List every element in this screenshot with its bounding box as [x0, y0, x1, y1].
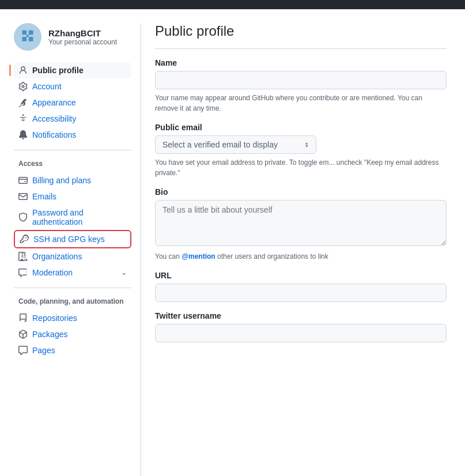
access-section-label: Access [14, 157, 131, 170]
sidebar-item-label-notifications: Notifications [32, 130, 76, 139]
sidebar-item-label-ssh-gpg: SSH and GPG keys [33, 235, 105, 244]
user-subtext: Your personal account [48, 38, 117, 46]
sidebar-item-ssh-gpg[interactable]: SSH and GPG keys [14, 230, 131, 248]
sidebar-item-notifications[interactable]: Notifications [14, 127, 131, 143]
sidebar-item-label-moderation: Moderation [32, 268, 73, 277]
public-email-field-group: Public email Select a verified email to … [155, 123, 447, 178]
sidebar-item-label-emails: Emails [32, 192, 56, 201]
bio-hint: You can @mention other users and organiz… [155, 251, 447, 262]
sidebar-item-moderation[interactable]: Moderation ⌄ [14, 265, 131, 281]
sidebar-item-account[interactable]: Account [14, 78, 131, 95]
svg-rect-1 [22, 31, 27, 35]
top-bar [0, 0, 465, 9]
chevron-down-icon: ⌄ [121, 269, 127, 277]
page-title: Public profile [155, 23, 447, 39]
package-icon [18, 330, 28, 339]
sidebar-item-packages[interactable]: Packages [14, 326, 131, 342]
access-section: Access Billing and plans Emails Password… [14, 157, 131, 281]
svg-rect-2 [29, 31, 33, 35]
sidebar-item-label-accessibility: Accessibility [32, 114, 76, 123]
url-label: URL [155, 271, 447, 280]
paintbrush-icon [18, 98, 28, 107]
sidebar-item-label-packages: Packages [32, 330, 67, 339]
mention-text: @mention [182, 252, 215, 260]
key-icon [20, 235, 29, 244]
username: RZhangBCIT [48, 28, 117, 38]
public-email-label: Public email [155, 123, 447, 132]
name-label: Name [155, 58, 447, 67]
svg-rect-3 [27, 35, 29, 37]
sidebar-item-billing[interactable]: Billing and plans [14, 172, 131, 188]
sidebar-item-label-repositories: Repositories [32, 313, 77, 323]
user-info: RZhangBCIT Your personal account [14, 23, 131, 51]
mail-icon [18, 192, 28, 201]
sidebar-item-label-pages: Pages [32, 346, 55, 355]
bio-label: Bio [155, 187, 447, 197]
sidebar-item-label-appearance: Appearance [32, 98, 76, 107]
section-divider [155, 48, 447, 49]
organization-icon [18, 252, 28, 261]
sidebar-item-accessibility[interactable]: Accessibility [14, 111, 131, 127]
shield-icon [18, 213, 28, 222]
svg-rect-4 [22, 37, 27, 41]
credit-card-icon [18, 176, 28, 185]
twitter-field-group: Twitter username [155, 311, 447, 342]
name-field-group: Name Your name may appear around GitHub … [155, 58, 447, 114]
public-email-select-label: Select a verified email to display [162, 140, 278, 149]
twitter-label: Twitter username [155, 311, 447, 320]
select-arrow-icon: ⇕ [304, 142, 309, 148]
sidebar-item-appearance[interactable]: Appearance [14, 95, 131, 111]
url-input[interactable] [155, 284, 447, 302]
sidebar: RZhangBCIT Your personal account Public … [14, 23, 141, 476]
moderation-icon [18, 268, 28, 277]
svg-rect-5 [29, 37, 33, 41]
bell-icon [18, 130, 28, 139]
nav-divider-2 [14, 288, 131, 288]
sidebar-item-pages[interactable]: Pages [14, 342, 131, 358]
sidebar-item-label-organizations: Organizations [32, 252, 82, 261]
url-field-group: URL [155, 271, 447, 302]
sidebar-item-password-auth[interactable]: Password and authentication [14, 205, 131, 230]
twitter-input[interactable] [155, 324, 447, 342]
sidebar-item-repositories[interactable]: Repositories [14, 310, 131, 326]
code-section: Code, planning, and automation Repositor… [14, 295, 131, 358]
sidebar-item-label-public-profile: Public profile [32, 66, 84, 75]
repo-icon [18, 313, 28, 323]
sidebar-item-label-password-auth: Password and authentication [32, 208, 127, 226]
sidebar-item-public-profile[interactable]: Public profile [14, 62, 131, 78]
pages-icon [18, 346, 28, 355]
code-section-label: Code, planning, and automation [14, 295, 131, 308]
sidebar-item-label-account: Account [32, 82, 62, 91]
gear-icon [18, 82, 28, 91]
avatar [14, 23, 41, 51]
accessibility-icon [18, 114, 28, 123]
sidebar-item-emails[interactable]: Emails [14, 188, 131, 205]
name-input[interactable] [155, 71, 447, 89]
public-email-hint: You have set your email address to priva… [155, 157, 447, 178]
sidebar-item-label-billing: Billing and plans [32, 176, 91, 185]
public-email-select[interactable]: Select a verified email to display ⇕ [155, 135, 316, 154]
name-hint: Your name may appear around GitHub where… [155, 93, 447, 114]
sidebar-item-organizations[interactable]: Organizations [14, 248, 131, 265]
bio-field-group: Bio You can @mention other users and org… [155, 187, 447, 262]
primary-nav: Public profile Account Appearance Access… [14, 62, 131, 143]
person-icon [18, 66, 28, 75]
main-content: Public profile Name Your name may appear… [141, 23, 451, 476]
bio-input[interactable] [155, 200, 447, 246]
nav-divider-1 [14, 150, 131, 150]
